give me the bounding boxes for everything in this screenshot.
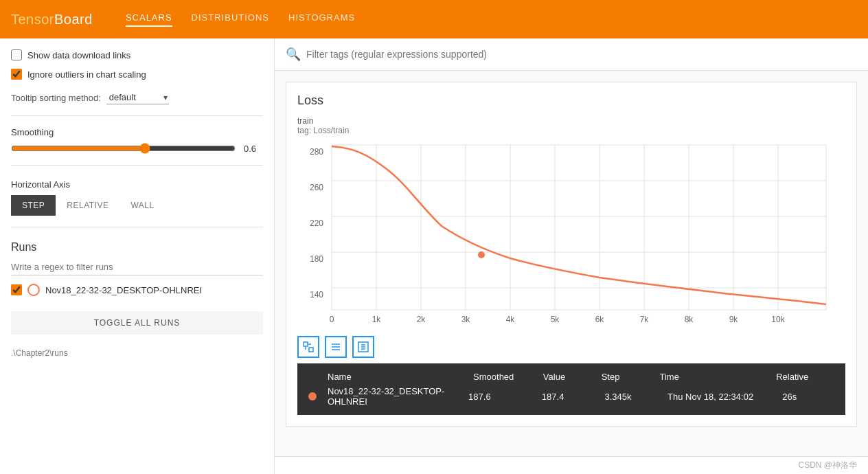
loss-chart-svg: 280 260 220 180 140: [297, 138, 860, 330]
svg-rect-31: [304, 342, 308, 346]
ignore-outliers-checkbox[interactable]: [11, 69, 22, 80]
chart-data-point: [478, 251, 485, 258]
tooltip-run-name: Nov18_22-32-32_DESKTOP-OHLNREI: [328, 386, 457, 407]
svg-text:260: 260: [310, 183, 323, 192]
nav-distributions[interactable]: DISTRIBUTIONS: [192, 12, 269, 27]
svg-text:10k: 10k: [771, 315, 785, 324]
tooltip-time: Thu Nov 18, 22:34:02: [667, 392, 771, 402]
svg-rect-32: [309, 348, 313, 352]
show-download-row: Show data download links: [11, 49, 263, 60]
svg-text:3k: 3k: [461, 315, 471, 324]
tooltip-header-step: Step: [602, 372, 660, 382]
content-area: 🔍 Loss train tag: Loss/train: [275, 38, 868, 474]
svg-text:6k: 6k: [595, 315, 605, 324]
svg-rect-5: [332, 145, 826, 310]
divider-3: [11, 227, 263, 227]
download-icon: [358, 341, 369, 352]
chart-icons: [297, 336, 845, 358]
smoothing-label: Smoothing: [11, 127, 263, 137]
nav-histograms[interactable]: HISTOGRAMS: [288, 12, 355, 27]
runs-filter-input[interactable]: [11, 259, 263, 275]
svg-text:2k: 2k: [417, 315, 426, 324]
nav-scalars[interactable]: SCALARS: [126, 12, 172, 27]
charts-area: Loss train tag: Loss/train: [275, 71, 868, 456]
svg-text:9k: 9k: [729, 315, 739, 324]
divider-1: [11, 115, 263, 116]
chart-meta: train tag: Loss/train: [297, 116, 845, 135]
header: TensorBoard SCALARS DISTRIBUTIONS HISTOG…: [0, 0, 868, 38]
smoothing-slider[interactable]: [11, 143, 236, 154]
tooltip-header-name: Name: [328, 372, 473, 382]
search-input[interactable]: [306, 49, 857, 60]
search-bar: 🔍: [275, 38, 868, 71]
run-item: Nov18_22-32-32_DESKTOP-OHLNREI: [11, 284, 263, 296]
search-icon: 🔍: [286, 47, 301, 62]
footer-credit: CSDN @神洛华: [798, 460, 857, 470]
list-chart-button[interactable]: [325, 336, 347, 358]
axis-step-button[interactable]: STEP: [11, 195, 56, 216]
smoothing-control: 0.6: [11, 143, 263, 154]
svg-text:180: 180: [310, 254, 323, 264]
main-nav: SCALARS DISTRIBUTIONS HISTOGRAMS: [126, 12, 355, 27]
list-icon: [330, 341, 341, 352]
tooltip-method-row: Tooltip sorting method: default ascendin…: [11, 91, 263, 104]
tooltip-method-select[interactable]: default ascending descending nearest: [106, 91, 169, 104]
tooltip-header-value: Value: [543, 372, 602, 382]
svg-text:140: 140: [310, 290, 323, 300]
tooltip-step: 3.345k: [604, 392, 656, 402]
tooltip-header-time: Time: [660, 372, 777, 382]
tooltip-method-select-wrapper: default ascending descending nearest ▾: [106, 91, 169, 104]
download-chart-button[interactable]: [352, 336, 374, 358]
svg-text:280: 280: [310, 147, 323, 157]
footer: CSDN @神洛华: [275, 456, 868, 474]
svg-text:0: 0: [330, 315, 334, 324]
main-layout: Show data download links Ignore outliers…: [0, 38, 868, 474]
run-color-dot: [27, 284, 40, 296]
tooltip-header-smoothed: Smoothed: [473, 372, 543, 382]
path-label: .\Chapter2\runs: [11, 348, 263, 358]
tag-label: tag: Loss/train: [297, 126, 349, 135]
h-axis-label: Horizontal Axis: [11, 179, 263, 190]
tooltip-header-relative: Relative: [776, 372, 834, 382]
chart-section-title: Loss: [297, 93, 845, 108]
chart-container: train tag: Loss/train 280 260: [297, 116, 845, 358]
ignore-outliers-row: Ignore outliers in chart scaling: [11, 69, 263, 80]
svg-text:220: 220: [310, 218, 323, 228]
ignore-outliers-label: Ignore outliers in chart scaling: [27, 69, 146, 80]
tooltip-smoothed: 187.6: [468, 392, 531, 402]
tooltip-bar: Name Smoothed Value Step Time Relative N…: [297, 363, 845, 415]
svg-text:8k: 8k: [685, 315, 694, 324]
tooltip-dot: [308, 392, 317, 400]
svg-text:4k: 4k: [506, 315, 516, 324]
smoothing-section: Smoothing 0.6: [11, 127, 263, 154]
show-download-checkbox[interactable]: [11, 49, 22, 60]
logo-tensor: Tensor: [11, 12, 54, 27]
expand-chart-button[interactable]: [297, 336, 319, 358]
axis-buttons: STEP RELATIVE WALL: [11, 195, 263, 216]
tooltip-data-row: Nov18_22-32-32_DESKTOP-OHLNREI 187.6 187…: [308, 386, 834, 407]
tooltip-value: 187.4: [542, 392, 594, 402]
run-name: Nov18_22-32-32_DESKTOP-OHLNREI: [45, 285, 202, 295]
svg-text:5k: 5k: [551, 315, 560, 324]
svg-text:7k: 7k: [640, 315, 650, 324]
smoothing-value: 0.6: [244, 144, 263, 154]
axis-wall-button[interactable]: WALL: [119, 195, 165, 216]
toggle-all-runs-button[interactable]: TOGGLE ALL RUNS: [11, 311, 263, 335]
sidebar: Show data download links Ignore outliers…: [0, 38, 275, 474]
run-checkbox[interactable]: [11, 284, 22, 295]
runs-section: Runs Nov18_22-32-32_DESKTOP-OHLNREI: [11, 241, 263, 300]
show-download-label: Show data download links: [27, 50, 130, 60]
horizontal-axis-section: Horizontal Axis STEP RELATIVE WALL: [11, 179, 263, 216]
tooltip-relative: 26s: [782, 392, 834, 402]
logo-board: Board: [54, 12, 93, 27]
runs-label: Runs: [11, 241, 263, 253]
train-label: train: [297, 116, 313, 126]
loss-chart-card: Loss train tag: Loss/train: [286, 82, 857, 427]
svg-text:1k: 1k: [372, 315, 382, 324]
divider-2: [11, 165, 263, 166]
tooltip-method-label: Tooltip sorting method:: [11, 93, 101, 103]
logo: TensorBoard: [11, 12, 93, 27]
axis-relative-button[interactable]: RELATIVE: [56, 195, 119, 216]
expand-icon: [303, 341, 314, 352]
